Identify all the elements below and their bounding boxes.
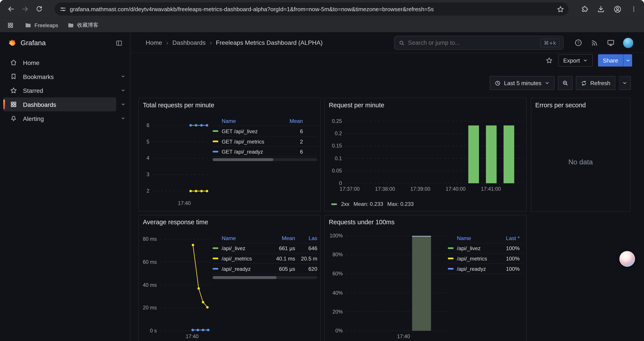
search-input[interactable] — [408, 40, 537, 46]
legend-header-mean[interactable]: Mean — [267, 235, 295, 241]
sidebar-link-bookmarks[interactable]: Bookmarks — [3, 69, 116, 83]
legend-header-last[interactable]: Last * — [494, 235, 520, 241]
search-box[interactable]: ⌘+k — [394, 36, 564, 50]
legend-header-name[interactable]: Name — [212, 118, 236, 124]
series-color-swatch — [212, 247, 218, 249]
panel-title[interactable]: Total requests per minute — [143, 102, 214, 109]
legend-row: /api/_livez 100% — [448, 243, 524, 254]
sidebar-link-alerting[interactable]: Alerting — [3, 111, 116, 125]
user-avatar[interactable] — [623, 38, 634, 48]
series-name[interactable]: /api/_livez — [222, 245, 245, 251]
zoom-out-button[interactable] — [558, 76, 572, 90]
series-name[interactable]: GET /api/_livez — [222, 128, 258, 134]
grafana-header: Home › Dashboards › Freeleaps Metrics Da… — [130, 33, 644, 53]
dashboards-grid-icon — [10, 101, 17, 108]
extensions-icon[interactable] — [578, 2, 592, 16]
series-name[interactable]: GET /api/_readyz — [222, 149, 263, 155]
chevron-down-icon[interactable] — [116, 102, 130, 107]
help-icon[interactable]: ? — [574, 39, 582, 47]
floating-avatar-widget[interactable] — [620, 251, 635, 267]
legend-header-last[interactable]: Las — [295, 235, 317, 241]
profile-avatar-icon[interactable] — [610, 2, 624, 16]
sidebar-item-home: Home — [0, 56, 130, 70]
scrollbar-thumb[interactable] — [212, 158, 273, 161]
requests-per-minute-chart[interactable]: 0.250.20.150.10.05017:37:0017:38:0017:39… — [328, 115, 525, 194]
bookmark-item-freeleaps[interactable]: Freeleaps — [24, 22, 58, 29]
svg-text:?: ? — [577, 41, 580, 45]
series-color-swatch — [212, 140, 218, 142]
panel-title[interactable]: Average response time — [143, 219, 208, 226]
sidebar-link-home[interactable]: Home — [3, 56, 116, 70]
legend-header-name[interactable]: Name — [212, 235, 236, 241]
breadcrumb-home[interactable]: Home — [146, 39, 162, 46]
dashboard-canvas: Last 5 minutes Refresh — [130, 68, 644, 341]
legend-row: GET /api/_livez 6 — [212, 126, 317, 137]
breadcrumb-dashboards[interactable]: Dashboards — [172, 39, 206, 46]
share-label: Share — [598, 54, 623, 67]
news-rss-icon[interactable] — [591, 39, 599, 47]
legend-header-name[interactable]: Name — [448, 235, 471, 241]
legend-scrollbar[interactable] — [212, 158, 317, 161]
downloads-icon[interactable] — [594, 2, 608, 16]
series-color-swatch — [212, 268, 218, 269]
series-name[interactable]: /api/_livez — [457, 245, 480, 251]
avg-response-time-chart[interactable]: 80 ms60 ms40 ms20 ms0 s17:40 — [141, 233, 214, 341]
bookmark-star-icon[interactable] — [556, 5, 564, 13]
panel-title[interactable]: Errors per second — [535, 102, 586, 109]
panel-title[interactable]: Request per minute — [329, 102, 384, 109]
collapse-sidebar-icon[interactable] — [113, 37, 125, 49]
share-menu-caret[interactable] — [623, 54, 632, 67]
legend-header-mean[interactable]: Mean — [280, 118, 303, 124]
series-last: 100% — [494, 266, 520, 272]
share-button[interactable]: Share — [598, 54, 632, 67]
back-button[interactable] — [4, 2, 18, 16]
panel-title[interactable]: Requests under 100ms — [329, 219, 394, 226]
favorite-star-icon[interactable] — [546, 57, 553, 64]
main-area: Home › Dashboards › Freeleaps Metrics Da… — [130, 33, 644, 341]
reload-button[interactable] — [32, 2, 46, 16]
series-name[interactable]: 2xx — [341, 201, 350, 207]
export-label: Export — [563, 57, 580, 64]
sidebar-label: Bookmarks — [23, 73, 54, 80]
sidebar-link-starred[interactable]: Starred — [3, 83, 116, 97]
time-range-picker[interactable]: Last 5 minutes — [490, 76, 554, 90]
folder-icon — [24, 22, 32, 29]
browser-toolbar — [0, 0, 644, 18]
grafana-logo-icon[interactable] — [6, 38, 16, 48]
requests-under-100ms-chart[interactable]: 100%80%60%40%20%0%17:40 — [328, 233, 451, 341]
total-requests-chart[interactable]: 6543217:40 — [141, 116, 212, 208]
refresh-button[interactable]: Refresh — [576, 76, 615, 90]
bookmark-item-blog[interactable]: 收藏博客 — [67, 21, 98, 29]
refresh-interval-caret[interactable] — [618, 76, 631, 90]
scrollbar-thumb[interactable] — [212, 276, 276, 279]
forward-button[interactable] — [18, 2, 32, 16]
chevron-down-icon[interactable] — [116, 115, 130, 121]
panel-requests-under-100ms: Requests under 100ms 100%80%60%40%20%0%1… — [324, 215, 526, 341]
chevron-down-icon[interactable] — [116, 88, 130, 93]
series-last: 100% — [494, 255, 520, 261]
browser-menu-icon[interactable] — [627, 2, 641, 16]
breadcrumb-separator: › — [210, 39, 212, 46]
sidebar-nav: Home Bookmarks Starred — [0, 54, 130, 125]
series-max: Max: 0.233 — [387, 201, 414, 207]
site-info-icon[interactable] — [60, 6, 67, 13]
sidebar-link-dashboards[interactable]: Dashboards — [3, 97, 116, 112]
legend-scrollbar[interactable] — [212, 276, 317, 279]
address-bar[interactable] — [54, 3, 568, 16]
monitor-icon[interactable] — [607, 39, 615, 47]
export-button[interactable]: Export — [558, 54, 592, 67]
chevron-down-icon[interactable] — [116, 74, 130, 79]
sidebar-label: Home — [23, 59, 40, 66]
series-name[interactable]: /api/_readyz — [222, 266, 251, 272]
series-name[interactable]: /api/_metrics — [457, 255, 487, 261]
url-input[interactable] — [70, 6, 553, 12]
series-color-swatch — [448, 268, 454, 269]
series-color-swatch — [448, 247, 454, 249]
series-name[interactable]: /api/_metrics — [222, 255, 252, 261]
apps-grid-icon[interactable] — [5, 20, 16, 31]
series-name[interactable]: GET /api/_metrics — [222, 138, 264, 144]
breadcrumb-current[interactable]: Freeleaps Metrics Dashboard (ALPHA) — [216, 39, 323, 46]
refresh-label: Refresh — [590, 80, 610, 86]
panel-avg-response-time: Average response time 80 ms60 ms40 ms20 … — [138, 215, 320, 341]
series-name[interactable]: /api/_readyz — [457, 266, 486, 272]
